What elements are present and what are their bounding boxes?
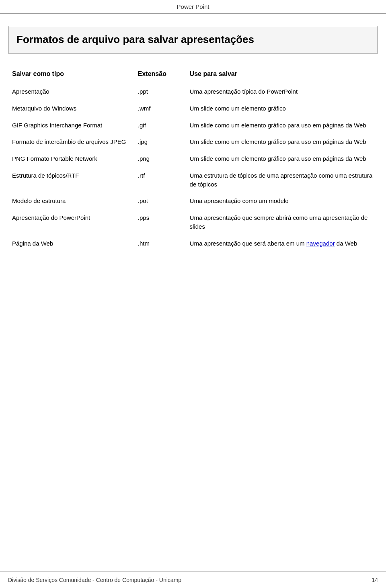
cell-description: Uma apresentação como um modelo xyxy=(186,193,378,209)
table-row: Estrutura de tópicos/RTF.rtfUma estrutur… xyxy=(8,167,378,193)
cell-description: Um slide como um elemento gráfico para u… xyxy=(186,117,378,134)
cell-description: Uma apresentação que será aberta em um n… xyxy=(186,235,378,252)
table-row: Formato de intercâmbio de arquivos JPEG.… xyxy=(8,133,378,150)
cell-description: Uma apresentação que sempre abrirá como … xyxy=(186,209,378,235)
cell-type: Estrutura de tópicos/RTF xyxy=(8,167,134,193)
cell-type: Metarquivo do Windows xyxy=(8,100,134,117)
col-header-extension: Extensão xyxy=(134,68,186,83)
format-table: Salvar como tipo Extensão Use para salva… xyxy=(8,68,378,252)
cell-extension: .jpg xyxy=(134,133,186,150)
cell-extension: .ppt xyxy=(134,83,186,100)
cell-type: GIF Graphics Interchange Format xyxy=(8,117,134,134)
cell-type: Apresentação xyxy=(8,83,134,100)
footer-text: Divisão de Serviços Comunidade - Centro … xyxy=(8,577,181,583)
table-row: Apresentação do PowerPoint.ppsUma aprese… xyxy=(8,209,378,235)
cell-description: Um slide como um elemento gráfico para u… xyxy=(186,133,378,150)
cell-description: Uma estrutura de tópicos de uma apresent… xyxy=(186,167,378,193)
footer-page: 14 xyxy=(372,577,378,583)
top-bar-title: Power Point xyxy=(177,3,209,10)
cell-description: Uma apresentação típica do PowerPoint xyxy=(186,83,378,100)
cell-extension: .wmf xyxy=(134,100,186,117)
cell-type: Página da Web xyxy=(8,235,134,252)
table-row: Modelo de estrutura.potUma apresentação … xyxy=(8,193,378,209)
cell-extension: .htm xyxy=(134,235,186,252)
table-row: Página da Web.htmUma apresentação que se… xyxy=(8,235,378,252)
cell-extension: .pot xyxy=(134,193,186,209)
cell-type: Apresentação do PowerPoint xyxy=(8,209,134,235)
main-content: Formatos de arquivo para salvar apresent… xyxy=(0,14,386,284)
cell-type: PNG Formato Portable Network xyxy=(8,150,134,167)
cell-description: Um slide como um elemento gráfico para u… xyxy=(186,150,378,167)
cell-extension: .gif xyxy=(134,117,186,134)
table-row: PNG Formato Portable Network.pngUm slide… xyxy=(8,150,378,167)
table-row: Apresentação.pptUma apresentação típica … xyxy=(8,83,378,100)
cell-extension: .png xyxy=(134,150,186,167)
top-bar: Power Point xyxy=(0,0,386,14)
cell-type: Formato de intercâmbio de arquivos JPEG xyxy=(8,133,134,150)
page-heading: Formatos de arquivo para salvar apresent… xyxy=(16,33,370,46)
table-row: Metarquivo do Windows.wmfUm slide como u… xyxy=(8,100,378,117)
cell-type: Modelo de estrutura xyxy=(8,193,134,209)
cell-extension: .rtf xyxy=(134,167,186,193)
footer: Divisão de Serviços Comunidade - Centro … xyxy=(0,572,386,588)
table-header-row: Salvar como tipo Extensão Use para salva… xyxy=(8,68,378,83)
description-link[interactable]: navegador xyxy=(306,240,335,247)
cell-description: Um slide como um elemento gráfico xyxy=(186,100,378,117)
table-row: GIF Graphics Interchange Format.gifUm sl… xyxy=(8,117,378,134)
heading-box: Formatos de arquivo para salvar apresent… xyxy=(8,26,378,53)
col-header-use: Use para salvar xyxy=(186,68,378,83)
cell-extension: .pps xyxy=(134,209,186,235)
col-header-type: Salvar como tipo xyxy=(8,68,134,83)
